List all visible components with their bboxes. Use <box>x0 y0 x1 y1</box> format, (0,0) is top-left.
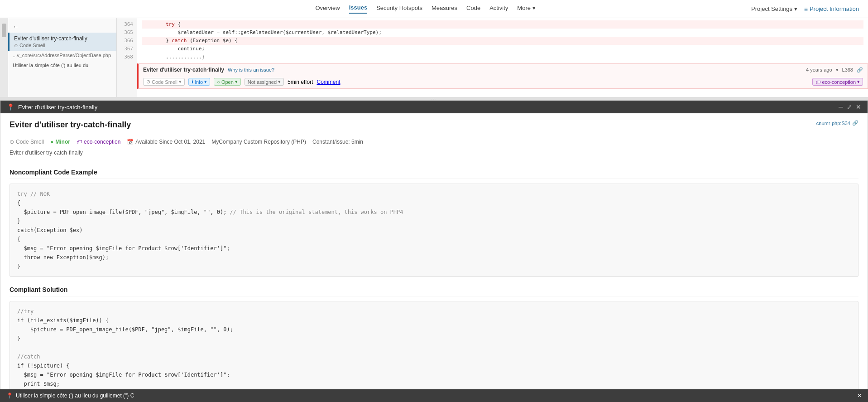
code-smell-icon: ⊙ <box>14 43 18 48</box>
bottom-bar-right: ✕ <box>857 392 862 399</box>
nav-right: Project Settings ▾ ≡ Project Information <box>751 5 859 13</box>
back-button[interactable]: ← <box>8 20 116 33</box>
panel-window-title: Eviter d'utiliser try-catch-finally <box>18 104 97 111</box>
panel-header: 📍 Eviter d'utiliser try-catch-finally ─ … <box>0 101 868 113</box>
code-content: try { $relatedUser = self::getRelatedUse… <box>137 18 868 63</box>
meta-available-since: 📅 Available Since Oct 01, 2021 <box>127 139 205 145</box>
compliant-code: //try if (file_exists($imgFile)) { $pict… <box>10 301 858 402</box>
calendar-icon: 📅 <box>127 139 134 145</box>
code-line-365: $relatedUser = self::getRelatedUser($cur… <box>142 29 863 37</box>
inline-tags-row: ⊙ Code Smell ▾ ℹ Info ▾ ○ Open ▾ Not a <box>143 78 863 86</box>
code-line-366: } catch (Exception $e) { <box>142 37 863 45</box>
nav-overview[interactable]: Overview <box>315 5 340 13</box>
inline-tag-badge[interactable]: 🏷 eco-conception ▾ <box>812 78 863 86</box>
nav-measures[interactable]: Measures <box>432 5 457 13</box>
nav-code[interactable]: Code <box>466 5 480 13</box>
inline-notassigned-badge[interactable]: Not assigned ▾ <box>245 78 284 86</box>
file-smell-label: Code Smell <box>19 43 45 48</box>
minimize-button[interactable]: ─ <box>839 103 843 111</box>
vertical-scrollbar-left[interactable] <box>0 18 8 97</box>
issue-main-title: Eviter d'utiliser try-catch-finally <box>10 120 131 130</box>
issue-inline-banner: Eviter d'utiliser try-catch-finally Why … <box>137 63 868 89</box>
pin-icon: 📍 <box>7 103 14 111</box>
file-item-try-catch[interactable]: Eviter d'utiliser try-catch-finally ⊙ Co… <box>8 33 116 51</box>
code-line-368: ............} <box>142 53 863 61</box>
pin-icon-bottom: 📍 <box>6 392 13 399</box>
inline-issue-meta: 4 years ago ▾ L368 🔗 <box>806 67 863 73</box>
open-circle-icon: ○ <box>217 79 220 85</box>
file-item-guillemet[interactable]: Utiliser la simple côte (') au lieu du <box>8 60 116 71</box>
project-settings-link[interactable]: Project Settings ▾ <box>751 5 797 12</box>
code-line-364: try { <box>142 20 863 29</box>
link-icon[interactable]: 🔗 <box>857 67 863 73</box>
issue-description: Eviter d'utiliser try-catch-finally <box>10 150 858 160</box>
main-panel: 📍 Eviter d'utiliser try-catch-finally ─ … <box>0 100 868 402</box>
meta-severity: ● Minor <box>50 139 70 145</box>
inline-info-badge[interactable]: ℹ Info ▾ <box>188 78 210 86</box>
cnumr-ref: cnumr-php:S34 🔗 <box>816 120 858 126</box>
panel-title-left: 📍 Eviter d'utiliser try-catch-finally <box>7 103 97 111</box>
panel-body: Eviter d'utiliser try-catch-finally cnum… <box>0 113 868 402</box>
close-button[interactable]: ✕ <box>856 103 861 111</box>
window-controls: ─ ⤢ ✕ <box>839 103 861 111</box>
meta-tag-item: 🏷 eco-conception <box>77 139 120 145</box>
nav-issues[interactable]: Issues <box>349 4 367 14</box>
noncompliant-code: try // NOK { $picture = PDF_open_image_f… <box>10 184 858 277</box>
file-list-panel: ← Eviter d'utiliser try-catch-finally ⊙ … <box>8 18 117 97</box>
close-bottom-button[interactable]: ✕ <box>857 392 862 399</box>
bottom-bar-left: 📍 Utiliser la simple côte (') au lieu du… <box>6 392 134 399</box>
tag-label-meta: eco-conception <box>84 139 120 145</box>
code-area: ← Eviter d'utiliser try-catch-finally ⊙ … <box>0 18 868 97</box>
minor-icon: ● <box>50 139 53 145</box>
inline-open-badge[interactable]: ○ Open ▾ <box>214 78 241 86</box>
file-path[interactable]: ...v_core/src/AddressParser/ObjectBase.p… <box>8 51 116 60</box>
expand-button[interactable]: ⤢ <box>847 103 852 111</box>
inline-line: L368 <box>842 67 853 73</box>
tag-icon-meta: 🏷 <box>77 139 82 145</box>
code-view: 364 365 366 367 368 try { $relatedUser =… <box>117 18 868 97</box>
inline-age: 4 years ago <box>806 67 832 73</box>
bottom-bar-text: Utiliser la simple côte (') au lieu du g… <box>16 392 134 399</box>
nav-security[interactable]: Security Hotspots <box>376 5 422 13</box>
noncompliant-title: Noncompliant Code Example <box>10 169 858 179</box>
issue-meta-row: ⊙ Code Smell ● Minor 🏷 eco-conception 📅 … <box>10 139 858 145</box>
meta-smell: ⊙ Code Smell <box>10 139 44 145</box>
link-icon-main[interactable]: 🔗 <box>852 120 858 126</box>
minor-label: Minor <box>55 139 70 145</box>
compliant-title: Compliant Solution <box>10 286 858 296</box>
nav-links: Overview Issues Security Hotspots Measur… <box>100 4 751 14</box>
info-icon: ℹ <box>192 79 193 85</box>
inline-smell-badge[interactable]: ⊙ Code Smell ▾ <box>143 78 185 86</box>
smell-icon-inline: ⊙ <box>146 79 150 85</box>
why-is-this-link[interactable]: Why is this an issue? <box>228 67 274 73</box>
nav-more[interactable]: More ▾ <box>517 5 535 13</box>
inline-issue-title: Eviter d'utiliser try-catch-finally <box>143 67 224 73</box>
meta-effort: Constant/issue: 5min <box>312 139 363 145</box>
project-information-link[interactable]: ≡ Project Information <box>804 5 859 13</box>
inline-comment-link[interactable]: Comment <box>317 79 340 85</box>
inline-effort: 5min effort <box>288 79 313 85</box>
smell-icon-meta: ⊙ <box>10 139 14 145</box>
nav-activity[interactable]: Activity <box>489 5 508 13</box>
top-navigation: Overview Issues Security Hotspots Measur… <box>0 0 868 18</box>
smell-label-meta: Code Smell <box>16 139 44 145</box>
code-line-367: continue; <box>142 45 863 53</box>
bottom-bar: 📍 Utiliser la simple côte (') au lieu du… <box>0 389 868 402</box>
line-numbers: 364 365 366 367 368 <box>117 18 137 97</box>
meta-repo: MyCompany Custom Repository (PHP) <box>211 139 306 145</box>
